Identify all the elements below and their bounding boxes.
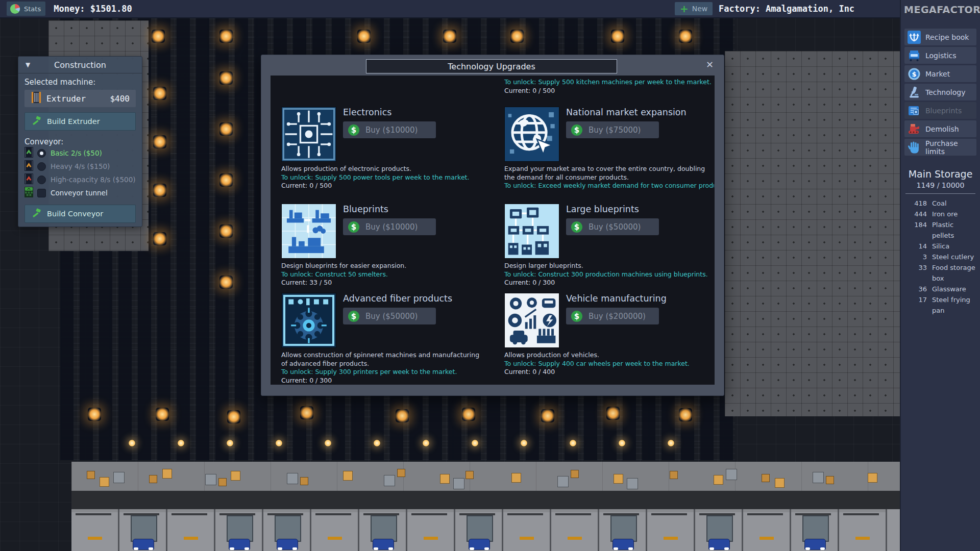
radio-heavy[interactable] [37, 162, 46, 171]
furnace-glow [153, 135, 166, 148]
truck-bay [551, 509, 599, 551]
conveyor-option-tunnel[interactable]: Conveyor tunnel [24, 186, 136, 199]
bay-marking [855, 537, 870, 540]
collapse-chevron-icon[interactable]: ▼ [26, 61, 30, 68]
checkbox-tunnel[interactable] [37, 189, 46, 197]
dock-door [555, 513, 591, 515]
current-progress: Current: 0 / 300 [504, 279, 715, 287]
basic-belt-icon [24, 147, 33, 159]
truck-bay [119, 509, 167, 551]
item-name: Plastic pellets [932, 219, 976, 241]
vehicle-manufacturing-icon [504, 293, 559, 348]
headlight [470, 547, 474, 550]
national-market-expansion-icon [504, 107, 559, 162]
dock-light [178, 440, 184, 446]
dock-door [172, 513, 207, 515]
purchase-limits-hand-icon [908, 141, 921, 154]
crate [205, 474, 216, 485]
buy-button-blueprints[interactable]: $ Buy ($10000) [343, 218, 436, 235]
crate [162, 469, 172, 479]
conveyor-option-label: Conveyor tunnel [51, 189, 108, 197]
unlock-requirement: To unlock: Exceed weekly market demand f… [504, 182, 715, 190]
dock-door [76, 513, 111, 515]
truck-bay [455, 509, 503, 551]
technology-upgrades-modal: Technology Upgrades ✕ To unlock: Supply … [261, 55, 724, 396]
crate [670, 471, 678, 479]
conveyor-option-label: Basic 2/s ($50) [51, 149, 102, 157]
item-name: Iron ore [932, 209, 958, 219]
new-factory-button[interactable]: + New [675, 2, 713, 15]
modal-title-bar[interactable]: Technology Upgrades [366, 59, 617, 73]
hammer-icon [32, 208, 42, 220]
tech-card-large-blueprints: Large blueprints $ Buy ($50000) Design l… [504, 204, 715, 287]
dollar-coin-icon: $ [571, 124, 582, 136]
build-conveyor-button[interactable]: Build Conveyor [24, 205, 136, 223]
truck-bay [743, 509, 791, 551]
buy-button-large-blueprints[interactable]: $ Buy ($50000) [566, 218, 659, 235]
dock-door [411, 513, 447, 515]
radio-basic[interactable] [37, 149, 46, 158]
furnace-glow [219, 173, 233, 187]
truck-trailer [371, 515, 397, 542]
furnace-glow [88, 408, 101, 421]
close-icon[interactable]: ✕ [706, 60, 714, 69]
truck-trailer [610, 515, 637, 542]
selected-machine-label: Selected machine: [24, 78, 136, 87]
build-extruder-button[interactable]: Build Extruder [24, 112, 136, 131]
buy-button-advanced-fiber-products[interactable]: $ Buy ($50000) [343, 308, 436, 324]
market-coin-icon: $ [908, 67, 921, 81]
bay-marking [88, 537, 102, 540]
tech-description: Expand your market area to cover the ent… [504, 165, 708, 182]
buy-label: Buy ($10000) [365, 126, 418, 135]
sidebar-label: Demolish [925, 125, 959, 133]
tech-description: Design blueprints for easier expansion. [281, 262, 492, 270]
sidebar-item-technology[interactable]: Technology [904, 84, 976, 101]
buy-button-national-market-expansion[interactable]: $ Buy ($75000) [566, 121, 659, 138]
item-name: Silica [932, 241, 949, 252]
sidebar-item-recipe-book[interactable]: Recipe book [904, 29, 976, 45]
sidebar-label: Blueprints [925, 107, 962, 115]
buy-button-vehicle-manufacturing[interactable]: $ Buy ($200000) [566, 308, 659, 324]
plus-icon: + [680, 4, 689, 14]
tech-card-blueprints: Blueprints $ Buy ($10000) Design bluepri… [281, 204, 504, 287]
current-progress: Current: 0 / 500 [281, 182, 504, 190]
blueprints-icon [908, 104, 921, 117]
current-progress: Current: 0 / 400 [504, 368, 715, 377]
furnace-glow [152, 30, 165, 43]
stats-button[interactable]: Stats [7, 2, 45, 16]
furnace-glow [153, 184, 166, 197]
top-bar: Stats Money: $1501.80 + New Factory: Ama… [0, 0, 901, 18]
sidebar-item-logistics[interactable]: Logistics [904, 47, 976, 64]
headlight [292, 547, 297, 550]
conveyor-option-high-capacity[interactable]: High-capacity 8/s ($500) [24, 173, 136, 186]
truck-bay [839, 509, 887, 551]
furnace-glow [679, 408, 692, 421]
conveyor-option-heavy[interactable]: Heavy 4/s ($150) [24, 160, 136, 173]
tech-card-vehicle-manufacturing: Vehicle manufacturing $ Buy ($200000) Al… [504, 293, 715, 377]
main-storage-panel: Main Storage 1149 / 10000 418Coal 444Iro… [904, 168, 976, 316]
sidebar-item-demolish[interactable]: Demolish [904, 120, 976, 137]
truck-bay [71, 509, 119, 551]
unlock-requirement: To unlock: Supply 300 printers per week … [281, 368, 504, 377]
stats-label: Stats [24, 5, 41, 13]
buy-button-electronics[interactable]: $ Buy ($10000) [343, 121, 436, 138]
selected-machine-row[interactable]: Extruder $400 [24, 90, 136, 107]
dock-door [507, 513, 543, 515]
radio-high-capacity[interactable] [37, 176, 46, 184]
tech-description: Allows production of electronic products… [281, 165, 492, 173]
dock-door [315, 513, 351, 515]
item-count: 184 [904, 219, 927, 241]
modal-title: Technology Upgrades [448, 62, 535, 71]
truck-bay [599, 509, 647, 551]
sidebar-item-market[interactable]: $ Market [904, 65, 976, 82]
truck-cab [708, 539, 730, 550]
truck-trailer [706, 515, 733, 542]
sidebar-item-purchase-limits[interactable]: Purchase limits [904, 139, 976, 156]
machine-price: $400 [110, 94, 130, 104]
machine-name: Extruder [46, 94, 86, 104]
conveyor-option-basic[interactable]: Basic 2/s ($50) [24, 146, 136, 160]
sidebar-item-blueprints[interactable]: Blueprints [904, 102, 976, 119]
conveyor-option-label: High-capacity 8/s ($500) [51, 176, 136, 184]
dollar-coin-icon: $ [348, 221, 359, 233]
dock-light [227, 440, 233, 446]
